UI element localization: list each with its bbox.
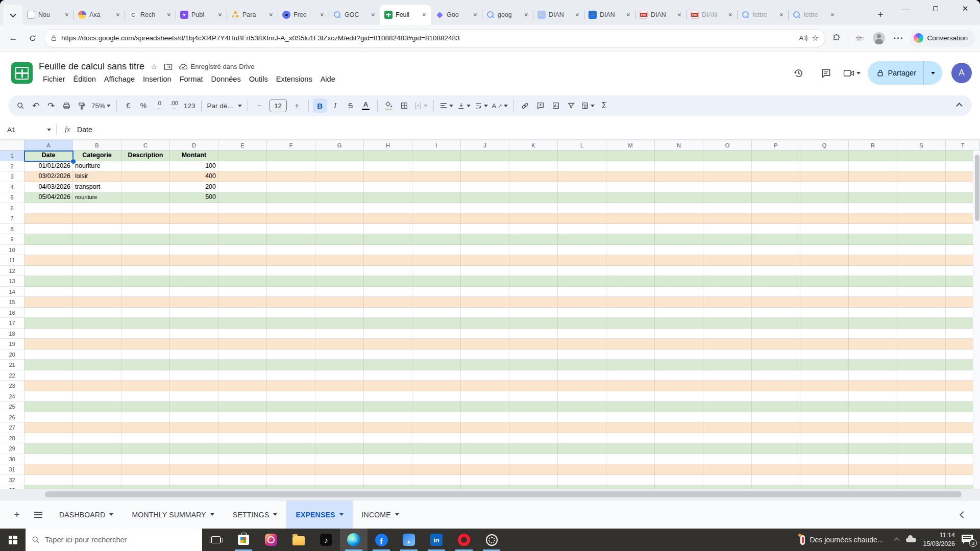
cell-P1[interactable] (752, 151, 800, 161)
cell-H8[interactable] (364, 224, 412, 235)
column-header-O[interactable]: O (703, 140, 752, 151)
cell-F18[interactable] (267, 329, 315, 339)
cell-J15[interactable] (461, 297, 509, 308)
row-header-22[interactable]: 22 (0, 370, 24, 381)
save-status[interactable]: Enregistré dans Drive (179, 63, 255, 70)
browser-tab-goo[interactable]: Goo× (431, 5, 482, 25)
row-header-25[interactable]: 25 (0, 402, 24, 412)
cell-E2[interactable] (218, 161, 267, 172)
tab-close-button[interactable]: × (829, 11, 836, 19)
cell-R5[interactable] (849, 192, 897, 203)
cell-L22[interactable] (558, 370, 606, 381)
start-button[interactable] (0, 529, 26, 551)
cell-A32[interactable] (24, 475, 73, 486)
cell-P6[interactable] (752, 203, 800, 214)
cell-R30[interactable] (849, 454, 897, 465)
cell-Q4[interactable] (800, 182, 849, 193)
more-formats-button[interactable]: 123 (182, 98, 197, 113)
row-header-15[interactable]: 15 (0, 297, 24, 308)
cell-G4[interactable] (315, 182, 364, 193)
cell-E16[interactable] (218, 308, 267, 318)
cell-P25[interactable] (752, 402, 800, 412)
cell-B6[interactable] (73, 203, 121, 214)
cell-A25[interactable] (24, 402, 73, 412)
cell-S9[interactable] (897, 234, 946, 245)
increase-decimals-button[interactable]: .00→ (167, 98, 181, 113)
cell-L3[interactable] (558, 171, 606, 182)
cell-P30[interactable] (752, 454, 800, 465)
favorites-list-button[interactable]: ☆≡ (851, 30, 868, 46)
cell-F25[interactable] (267, 402, 315, 412)
share-dropdown[interactable] (923, 61, 942, 85)
cell-K9[interactable] (509, 234, 558, 245)
cell-G32[interactable] (315, 475, 364, 486)
cell-K15[interactable] (509, 297, 558, 308)
cell-J24[interactable] (461, 391, 509, 402)
cell-A30[interactable] (24, 454, 73, 465)
cell-Q24[interactable] (800, 391, 849, 402)
cell-R13[interactable] (849, 276, 897, 287)
cell-L25[interactable] (558, 402, 606, 412)
cell-A3[interactable]: 03/02/2026 (24, 171, 73, 182)
cell-G8[interactable] (315, 224, 364, 235)
browser-tab-axa[interactable]: Axa× (74, 5, 125, 25)
name-box[interactable]: A1 (7, 126, 56, 134)
cell-D8[interactable] (170, 224, 218, 235)
cell-B31[interactable] (73, 464, 121, 475)
cell-L32[interactable] (558, 475, 606, 486)
cell-P13[interactable] (752, 276, 800, 287)
cell-A17[interactable] (24, 318, 73, 329)
cell-R21[interactable] (849, 360, 897, 370)
cell-N28[interactable] (655, 433, 703, 444)
cell-J5[interactable] (461, 192, 509, 203)
cell-F20[interactable] (267, 349, 315, 360)
cell-D27[interactable] (170, 422, 218, 433)
cell-B23[interactable] (73, 381, 121, 391)
cell-F16[interactable] (267, 308, 315, 318)
cell-Q30[interactable] (800, 454, 849, 465)
cell-J6[interactable] (461, 203, 509, 214)
cell-O26[interactable] (703, 412, 752, 423)
column-header-M[interactable]: M (606, 140, 655, 151)
cell-P24[interactable] (752, 391, 800, 402)
cell-I22[interactable] (412, 370, 461, 381)
format-currency-button[interactable]: € (121, 98, 135, 113)
cell-J8[interactable] (461, 224, 509, 235)
cell-P33[interactable] (752, 485, 800, 489)
cell-M24[interactable] (606, 391, 655, 402)
cell-F7[interactable] (267, 213, 315, 224)
cell-G12[interactable] (315, 266, 364, 277)
cell-J32[interactable] (461, 475, 509, 486)
cell-M1[interactable] (606, 151, 655, 161)
cell-M7[interactable] (606, 213, 655, 224)
borders-button[interactable] (397, 98, 411, 113)
cell-M16[interactable] (606, 308, 655, 318)
cell-G6[interactable] (315, 203, 364, 214)
cell-K10[interactable] (509, 245, 558, 256)
cell-R14[interactable] (849, 287, 897, 297)
cell-H13[interactable] (364, 276, 412, 287)
cell-C21[interactable] (121, 360, 170, 370)
browser-tab-dian[interactable]: DIAN× (584, 5, 635, 25)
cell-B11[interactable] (73, 255, 121, 266)
cell-O21[interactable] (703, 360, 752, 370)
cell-H1[interactable] (364, 151, 412, 161)
cell-J28[interactable] (461, 433, 509, 444)
cell-P9[interactable] (752, 234, 800, 245)
cell-D22[interactable] (170, 370, 218, 381)
cell-S27[interactable] (897, 422, 946, 433)
cell-Q28[interactable] (800, 433, 849, 444)
new-tab-button[interactable]: + (872, 6, 889, 23)
refresh-button[interactable] (24, 30, 41, 46)
cell-A2[interactable]: 01/01/2026 (24, 161, 73, 172)
cell-L23[interactable] (558, 381, 606, 391)
font-select[interactable]: Par dé... (206, 98, 243, 113)
cell-H29[interactable] (364, 443, 412, 454)
cell-Q23[interactable] (800, 381, 849, 391)
cell-E10[interactable] (218, 245, 267, 256)
cell-K13[interactable] (509, 276, 558, 287)
cell-J17[interactable] (461, 318, 509, 329)
more-menu-button[interactable]: ··· (890, 30, 906, 46)
cell-R28[interactable] (849, 433, 897, 444)
cell-F24[interactable] (267, 391, 315, 402)
